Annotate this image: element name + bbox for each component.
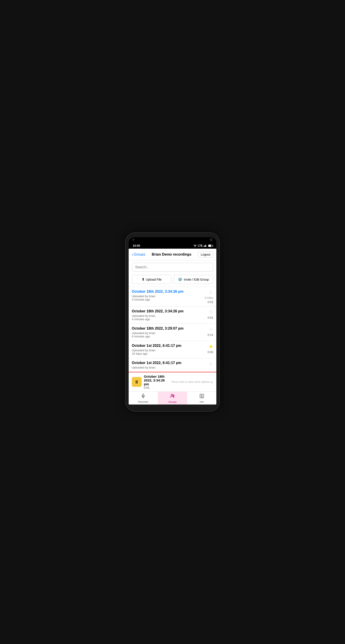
star-icon[interactable]: ★ — [209, 344, 213, 350]
recording-content: October 1st 2022, 6:41:17 pm Uploaded by… — [132, 344, 200, 355]
recording-item[interactable]: October 18th 2022, 3:29:07 pm Uploaded b… — [129, 324, 216, 341]
recording-item[interactable]: October 18th 2022, 3:34:26 pm Uploaded b… — [129, 306, 216, 324]
nav-header: ‹ Groups Brian Demo recordings Logout — [129, 249, 216, 260]
recording-item[interactable]: October 1st 2022, 6:41:17 pm Uploaded by… — [129, 358, 216, 372]
nav-item-recorder[interactable]: Recorder — [129, 392, 158, 404]
recording-right: ☆ — [200, 361, 213, 367]
recording-title: October 1st 2022, 6:41:17 pm — [132, 361, 200, 365]
nav-recorder-label: Recorder — [138, 400, 148, 403]
page-title: Brian Demo recordings — [145, 252, 198, 256]
battery-icon — [208, 245, 212, 247]
recording-time-ago: 15 days ago — [132, 352, 200, 355]
recording-content: October 18th 2022, 3:34:26 pm Uploaded b… — [132, 290, 200, 301]
arrow-up-icon: ▲ — [211, 380, 213, 384]
microphone-icon — [141, 394, 146, 400]
nav-info-label: Info — [200, 400, 204, 403]
invite-edit-button[interactable]: ⚙️ Invite / Edit Group — [174, 275, 213, 284]
camera — [132, 238, 134, 241]
star-icon[interactable]: ☆ — [209, 326, 213, 332]
time-display: 10:00 — [133, 244, 140, 247]
speaker — [210, 238, 213, 241]
svg-rect-0 — [143, 394, 144, 396]
recording-content: October 1st 2022, 6:41:17 pm Uploaded by… — [132, 361, 200, 369]
upload-file-button[interactable]: ⬆ Upload File — [132, 275, 171, 284]
gear-icon: ⚙️ — [178, 277, 182, 282]
recording-uploader: Uploaded by brian — [132, 332, 200, 335]
back-chevron-icon: ‹ — [132, 252, 133, 257]
wifi-icon — [193, 244, 197, 247]
recording-uploader: Uploaded by brian — [132, 348, 200, 352]
recording-right: ☆ 0:52 — [200, 309, 213, 319]
now-playing-hint: Press here to view more options ▲ — [171, 380, 213, 384]
logout-button[interactable]: Logout — [198, 251, 213, 258]
star-icon[interactable]: ☆ — [209, 361, 213, 367]
action-buttons: ⬆ Upload File ⚙️ Invite / Edit Group — [129, 274, 216, 287]
recording-time-ago: 6 minutes ago — [132, 335, 200, 338]
now-playing-bar[interactable]: ⏸ October 18th 2022, 3:34:26 pm 0:02 Pre… — [129, 372, 216, 392]
upload-label: Upload File — [146, 278, 162, 281]
bottom-nav: Recorder Groups — [129, 392, 216, 404]
status-bar: 10:00 LTE — [129, 243, 216, 249]
status-icons: LTE — [193, 244, 212, 247]
svg-point-3 — [171, 394, 173, 396]
recording-title: October 18th 2022, 3:29:07 pm — [132, 326, 200, 330]
nav-groups-label: Groups — [168, 400, 177, 403]
recording-duration: 0:14 — [208, 333, 213, 336]
screen: ‹ Groups Brian Demo recordings Logout ⬆ … — [129, 249, 216, 404]
recording-item[interactable]: October 1st 2022, 6:41:17 pm Uploaded by… — [129, 341, 216, 358]
recording-right: ☆ 0 Likes 0:52 — [200, 290, 213, 304]
star-icon[interactable]: ☆ — [209, 290, 213, 296]
recording-duration: 0:52 — [208, 316, 213, 319]
recording-duration: 0:00 — [208, 350, 213, 354]
groups-icon — [170, 394, 175, 400]
info-icon — [199, 394, 204, 400]
recording-content: October 18th 2022, 3:34:26 pm Uploaded b… — [132, 309, 200, 321]
nav-item-info[interactable]: Info — [187, 392, 216, 404]
recording-uploader: Uploaded by brian — [132, 314, 200, 318]
recordings-list: October 18th 2022, 3:34:26 pm Uploaded b… — [129, 287, 216, 372]
recording-right: ☆ 0:14 — [200, 326, 213, 336]
recording-item[interactable]: October 18th 2022, 3:34:26 pm Uploaded b… — [129, 287, 216, 306]
star-icon[interactable]: ☆ — [209, 309, 213, 315]
notch-area — [129, 237, 216, 243]
svg-point-4 — [173, 395, 174, 396]
search-container — [129, 260, 216, 274]
recording-title: October 18th 2022, 3:34:26 pm — [132, 290, 200, 294]
recording-duration: 0:52 — [208, 300, 213, 304]
recording-uploader: Uploaded by brian — [132, 366, 200, 369]
recording-time-ago: 4 minutes ago — [132, 318, 200, 321]
now-playing-time: 0:02 — [144, 386, 169, 389]
recording-content: October 18th 2022, 3:29:07 pm Uploaded b… — [132, 326, 200, 338]
invite-label: Invite / Edit Group — [184, 278, 209, 281]
recording-title: October 18th 2022, 3:34:26 pm — [132, 309, 200, 313]
recording-right: ★ 0:00 — [200, 344, 213, 354]
pause-icon: ⏸ — [132, 377, 142, 387]
back-label: Groups — [134, 252, 145, 256]
recording-time-ago: 4 minutes ago — [132, 298, 200, 301]
recording-uploader: Uploaded by brian — [132, 294, 200, 298]
signal-icon — [204, 245, 207, 247]
recording-title: October 1st 2022, 6:41:17 pm — [132, 344, 200, 348]
now-playing-title: October 18th 2022, 3:34:26 pm — [144, 374, 169, 386]
back-button[interactable]: ‹ Groups — [132, 252, 145, 257]
search-input[interactable] — [132, 263, 213, 272]
recording-likes: 0 Likes — [205, 296, 213, 300]
device-frame: 10:00 LTE ‹ Groups — [126, 233, 219, 411]
lte-label: LTE — [198, 244, 203, 247]
now-playing-info: October 18th 2022, 3:34:26 pm 0:02 — [144, 374, 169, 389]
upload-icon: ⬆ — [142, 277, 145, 282]
nav-item-groups[interactable]: Groups — [158, 392, 187, 404]
